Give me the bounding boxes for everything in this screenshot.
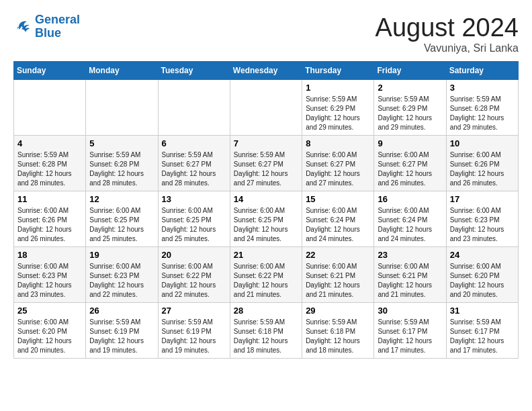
- day-number: 22: [306, 250, 370, 260]
- calendar-cell: 6Sunrise: 5:59 AMSunset: 6:27 PMDaylight…: [158, 136, 230, 191]
- calendar-week-row: 25Sunrise: 6:00 AMSunset: 6:20 PMDayligh…: [14, 303, 519, 359]
- day-number: 17: [450, 194, 515, 204]
- day-info: Sunrise: 6:00 AMSunset: 6:23 PMDaylight:…: [89, 262, 154, 300]
- calendar-cell: 16Sunrise: 6:00 AMSunset: 6:24 PMDayligh…: [374, 191, 446, 247]
- day-info: Sunrise: 6:00 AMSunset: 6:26 PMDaylight:…: [17, 206, 82, 244]
- day-info: Sunrise: 6:00 AMSunset: 6:25 PMDaylight:…: [234, 206, 298, 244]
- title-section: August 2024 Vavuniya, Sri Lanka: [375, 13, 519, 54]
- day-info: Sunrise: 6:00 AMSunset: 6:21 PMDaylight:…: [378, 262, 442, 300]
- weekday-header: Tuesday: [158, 62, 230, 80]
- calendar-cell: 4Sunrise: 5:59 AMSunset: 6:28 PMDaylight…: [14, 136, 86, 191]
- day-number: 19: [89, 250, 154, 260]
- day-number: 31: [450, 306, 515, 316]
- day-number: 18: [17, 250, 82, 260]
- day-info: Sunrise: 6:00 AMSunset: 6:23 PMDaylight:…: [450, 206, 515, 244]
- day-info: Sunrise: 6:00 AMSunset: 6:21 PMDaylight:…: [306, 262, 370, 300]
- day-number: 27: [162, 306, 226, 316]
- day-number: 20: [162, 250, 226, 260]
- day-number: 13: [162, 194, 226, 204]
- logo: General Blue: [13, 13, 80, 40]
- calendar-table: SundayMondayTuesdayWednesdayThursdayFrid…: [13, 61, 519, 359]
- calendar-cell: [230, 80, 302, 136]
- day-number: 25: [17, 306, 82, 316]
- month-title: August 2024: [375, 13, 519, 42]
- calendar-week-row: 4Sunrise: 5:59 AMSunset: 6:28 PMDaylight…: [14, 136, 519, 191]
- calendar-cell: 19Sunrise: 6:00 AMSunset: 6:23 PMDayligh…: [86, 247, 158, 303]
- calendar-cell: [158, 80, 230, 136]
- calendar-week-row: 11Sunrise: 6:00 AMSunset: 6:26 PMDayligh…: [14, 191, 519, 247]
- calendar-cell: 22Sunrise: 6:00 AMSunset: 6:21 PMDayligh…: [302, 247, 374, 303]
- calendar-cell: 15Sunrise: 6:00 AMSunset: 6:24 PMDayligh…: [302, 191, 374, 247]
- day-info: Sunrise: 6:00 AMSunset: 6:23 PMDaylight:…: [17, 262, 82, 300]
- calendar-cell: 11Sunrise: 6:00 AMSunset: 6:26 PMDayligh…: [14, 191, 86, 247]
- day-number: 1: [306, 83, 370, 93]
- day-info: Sunrise: 5:59 AMSunset: 6:29 PMDaylight:…: [378, 95, 442, 132]
- day-info: Sunrise: 6:00 AMSunset: 6:24 PMDaylight:…: [378, 206, 442, 244]
- calendar-cell: 12Sunrise: 6:00 AMSunset: 6:25 PMDayligh…: [86, 191, 158, 247]
- day-info: Sunrise: 6:00 AMSunset: 6:22 PMDaylight:…: [162, 262, 226, 300]
- day-info: Sunrise: 6:00 AMSunset: 6:25 PMDaylight:…: [89, 206, 154, 244]
- calendar-cell: 20Sunrise: 6:00 AMSunset: 6:22 PMDayligh…: [158, 247, 230, 303]
- day-info: Sunrise: 6:00 AMSunset: 6:26 PMDaylight:…: [450, 150, 515, 188]
- day-info: Sunrise: 5:59 AMSunset: 6:28 PMDaylight:…: [89, 150, 154, 188]
- logo-text: General Blue: [35, 13, 80, 40]
- calendar-cell: 23Sunrise: 6:00 AMSunset: 6:21 PMDayligh…: [374, 247, 446, 303]
- calendar-cell: 25Sunrise: 6:00 AMSunset: 6:20 PMDayligh…: [14, 303, 86, 359]
- day-info: Sunrise: 5:59 AMSunset: 6:17 PMDaylight:…: [378, 318, 442, 355]
- weekday-header: Thursday: [302, 62, 374, 80]
- calendar-cell: 17Sunrise: 6:00 AMSunset: 6:23 PMDayligh…: [446, 191, 518, 247]
- calendar-cell: 21Sunrise: 6:00 AMSunset: 6:22 PMDayligh…: [230, 247, 302, 303]
- day-number: 5: [89, 138, 154, 148]
- day-info: Sunrise: 6:00 AMSunset: 6:25 PMDaylight:…: [162, 206, 226, 244]
- calendar-cell: 18Sunrise: 6:00 AMSunset: 6:23 PMDayligh…: [14, 247, 86, 303]
- day-info: Sunrise: 5:59 AMSunset: 6:29 PMDaylight:…: [306, 95, 370, 132]
- calendar-week-row: 1Sunrise: 5:59 AMSunset: 6:29 PMDaylight…: [14, 80, 519, 136]
- day-number: 14: [234, 194, 298, 204]
- calendar-cell: 29Sunrise: 5:59 AMSunset: 6:18 PMDayligh…: [302, 303, 374, 359]
- day-number: 16: [378, 194, 442, 204]
- calendar-cell: 5Sunrise: 5:59 AMSunset: 6:28 PMDaylight…: [86, 136, 158, 191]
- calendar-cell: 26Sunrise: 5:59 AMSunset: 6:19 PMDayligh…: [86, 303, 158, 359]
- day-info: Sunrise: 5:59 AMSunset: 6:28 PMDaylight:…: [450, 95, 515, 132]
- day-info: Sunrise: 6:00 AMSunset: 6:27 PMDaylight:…: [306, 150, 370, 188]
- day-number: 29: [306, 306, 370, 316]
- day-info: Sunrise: 5:59 AMSunset: 6:27 PMDaylight:…: [162, 150, 226, 188]
- location: Vavuniya, Sri Lanka: [375, 42, 519, 54]
- day-number: 30: [378, 306, 442, 316]
- day-info: Sunrise: 5:59 AMSunset: 6:18 PMDaylight:…: [234, 318, 298, 355]
- day-info: Sunrise: 5:59 AMSunset: 6:19 PMDaylight:…: [162, 318, 226, 355]
- day-number: 21: [234, 250, 298, 260]
- calendar-cell: 28Sunrise: 5:59 AMSunset: 6:18 PMDayligh…: [230, 303, 302, 359]
- calendar-cell: 2Sunrise: 5:59 AMSunset: 6:29 PMDaylight…: [374, 80, 446, 136]
- day-number: 8: [306, 138, 370, 148]
- calendar-cell: [14, 80, 86, 136]
- calendar-cell: 10Sunrise: 6:00 AMSunset: 6:26 PMDayligh…: [446, 136, 518, 191]
- day-number: 2: [378, 83, 442, 93]
- calendar-cell: [86, 80, 158, 136]
- calendar-cell: 31Sunrise: 5:59 AMSunset: 6:17 PMDayligh…: [446, 303, 518, 359]
- day-number: 26: [89, 306, 154, 316]
- day-number: 10: [450, 138, 515, 148]
- logo-icon: [13, 17, 32, 36]
- weekday-header: Saturday: [446, 62, 518, 80]
- calendar-cell: 8Sunrise: 6:00 AMSunset: 6:27 PMDaylight…: [302, 136, 374, 191]
- day-info: Sunrise: 6:00 AMSunset: 6:24 PMDaylight:…: [306, 206, 370, 244]
- calendar-cell: 3Sunrise: 5:59 AMSunset: 6:28 PMDaylight…: [446, 80, 518, 136]
- calendar-cell: 7Sunrise: 5:59 AMSunset: 6:27 PMDaylight…: [230, 136, 302, 191]
- day-info: Sunrise: 5:59 AMSunset: 6:18 PMDaylight:…: [306, 318, 370, 355]
- calendar-cell: 30Sunrise: 5:59 AMSunset: 6:17 PMDayligh…: [374, 303, 446, 359]
- calendar-cell: 1Sunrise: 5:59 AMSunset: 6:29 PMDaylight…: [302, 80, 374, 136]
- day-number: 28: [234, 306, 298, 316]
- weekday-header: Friday: [374, 62, 446, 80]
- weekday-header: Wednesday: [230, 62, 302, 80]
- day-info: Sunrise: 6:00 AMSunset: 6:20 PMDaylight:…: [17, 318, 82, 355]
- calendar-week-row: 18Sunrise: 6:00 AMSunset: 6:23 PMDayligh…: [14, 247, 519, 303]
- day-number: 11: [17, 194, 82, 204]
- day-info: Sunrise: 6:00 AMSunset: 6:20 PMDaylight:…: [450, 262, 515, 300]
- day-number: 15: [306, 194, 370, 204]
- day-number: 24: [450, 250, 515, 260]
- day-info: Sunrise: 5:59 AMSunset: 6:19 PMDaylight:…: [89, 318, 154, 355]
- weekday-header: Monday: [86, 62, 158, 80]
- calendar-cell: 14Sunrise: 6:00 AMSunset: 6:25 PMDayligh…: [230, 191, 302, 247]
- weekday-header: Sunday: [14, 62, 86, 80]
